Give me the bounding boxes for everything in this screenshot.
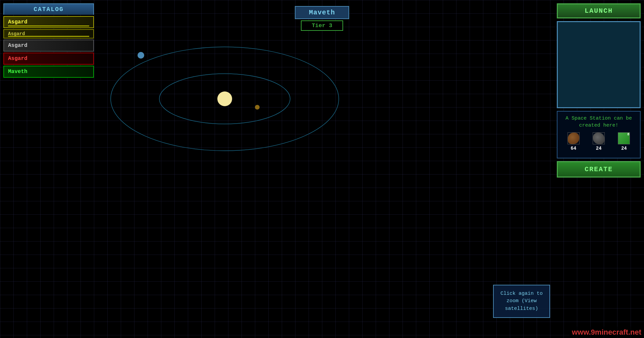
catalog-panel: CATALOG Asgard Asgard Asgard Asgard Mave… (3, 3, 94, 78)
game-container: Maveth Tier 3 CATALOG Asgard Asgard Asga… (0, 0, 644, 338)
zoom-tooltip: Click again tozoom (Viewsatellites) (493, 285, 550, 318)
rock-brown-icon (568, 133, 579, 144)
catalog-list: Asgard Asgard Asgard Asgard Maveth (3, 16, 94, 78)
green-item-icon (618, 133, 630, 144)
station-resources: 64 24 24 (561, 132, 637, 151)
catalog-item-bar-2 (8, 36, 89, 37)
planet-name: Maveth (295, 6, 349, 19)
catalog-header: CATALOG (3, 3, 94, 15)
catalog-item-asgard-4[interactable]: Asgard (3, 53, 94, 65)
resource-count-2: 24 (596, 146, 602, 151)
rock-gray-icon (593, 133, 604, 144)
right-panel: LAUNCH A Space Station can be created he… (557, 3, 641, 178)
create-button[interactable]: CREATE (557, 161, 641, 178)
resource-count-1: 64 (571, 146, 576, 151)
watermark: www.9minecraft.net (569, 327, 644, 338)
preview-box (557, 21, 641, 108)
planet-tier: Tier 3 (301, 20, 343, 31)
catalog-item-asgard-3[interactable]: Asgard (3, 40, 94, 52)
resource-item-1: 64 (568, 132, 580, 151)
resource-count-3: 24 (621, 146, 627, 151)
launch-button[interactable]: LAUNCH (557, 3, 641, 18)
resource-icon-brown-rock (568, 132, 580, 144)
catalog-item-asgard-1[interactable]: Asgard (3, 16, 94, 28)
resource-item-3: 24 (618, 132, 630, 151)
catalog-item-bar-1 (8, 25, 89, 26)
station-info: A Space Station can be created here! 64 … (557, 111, 641, 158)
resource-item-2: 24 (593, 132, 605, 151)
catalog-item-maveth[interactable]: Maveth (3, 66, 94, 78)
resource-icon-green-item (618, 132, 630, 144)
station-info-text: A Space Station can be created here! (561, 115, 637, 129)
catalog-item-asgard-2[interactable]: Asgard (3, 29, 94, 39)
zoom-tooltip-text: Click again tozoom (Viewsatellites) (500, 291, 543, 312)
resource-icon-gray-rock (593, 132, 605, 144)
planet-label: Maveth Tier 3 (295, 6, 349, 31)
